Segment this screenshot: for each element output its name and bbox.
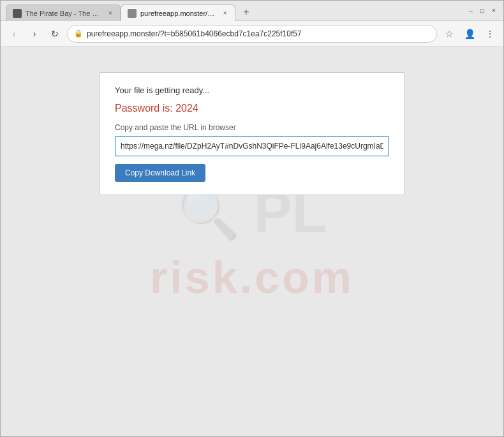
tab-bar: The Pirate Bay - The galaxy's m... × pur… [6, 1, 459, 20]
url-input[interactable] [115, 136, 389, 156]
tab-close-purefree[interactable]: × [221, 9, 228, 18]
tab-piratebay[interactable]: The Pirate Bay - The galaxy's m... × [6, 4, 121, 21]
tab-close-pirate[interactable]: × [107, 9, 114, 18]
close-button[interactable]: × [489, 6, 498, 15]
maximize-button[interactable]: □ [478, 6, 487, 15]
tab-title-pirate: The Pirate Bay - The galaxy's m... [26, 10, 102, 17]
url-label: Copy and paste the URL in browser [115, 123, 389, 132]
favorite-button[interactable]: ☆ [441, 26, 457, 42]
new-tab-button[interactable]: + [238, 4, 255, 20]
window-controls: – □ × [466, 6, 498, 15]
title-bar: The Pirate Bay - The galaxy's m... × pur… [1, 1, 503, 21]
address-bar[interactable]: 🔒 purefreeapp.monster/?t=b585061b4066ecb… [67, 25, 437, 43]
menu-button[interactable]: ⋮ [482, 26, 498, 42]
tab-favicon-purefree [128, 9, 137, 18]
status-text: Your file is getting ready... [115, 85, 389, 95]
profile-button[interactable]: 👤 [461, 26, 478, 42]
risk-com-watermark: risk.com [150, 252, 354, 303]
browser-window: The Pirate Bay - The galaxy's m... × pur… [0, 0, 504, 437]
download-box: Your file is getting ready... Password i… [99, 72, 405, 195]
nav-bar: ‹ › ↻ 🔒 purefreeapp.monster/?t=b585061b4… [1, 21, 503, 47]
address-text: purefreeapp.monster/?t=b585061b4066ecbd7… [87, 29, 430, 38]
minimize-button[interactable]: – [466, 6, 475, 15]
refresh-button[interactable]: ↻ [47, 26, 63, 42]
back-button[interactable]: ‹ [6, 26, 22, 42]
copy-download-button[interactable]: Copy Download Link [115, 164, 205, 182]
security-icon: 🔒 [74, 29, 83, 38]
tab-purefreeapp[interactable]: purefreeapp.monster/?t=b585... × [121, 4, 235, 21]
password-text: Password is: 2024 [115, 103, 389, 114]
forward-button[interactable]: › [26, 26, 43, 42]
tab-favicon-pirate [13, 9, 22, 18]
tab-title-purefree: purefreeapp.monster/?t=b585... [140, 10, 216, 17]
page-content: 🔍 PL risk.com Your file is getting ready… [1, 47, 503, 436]
